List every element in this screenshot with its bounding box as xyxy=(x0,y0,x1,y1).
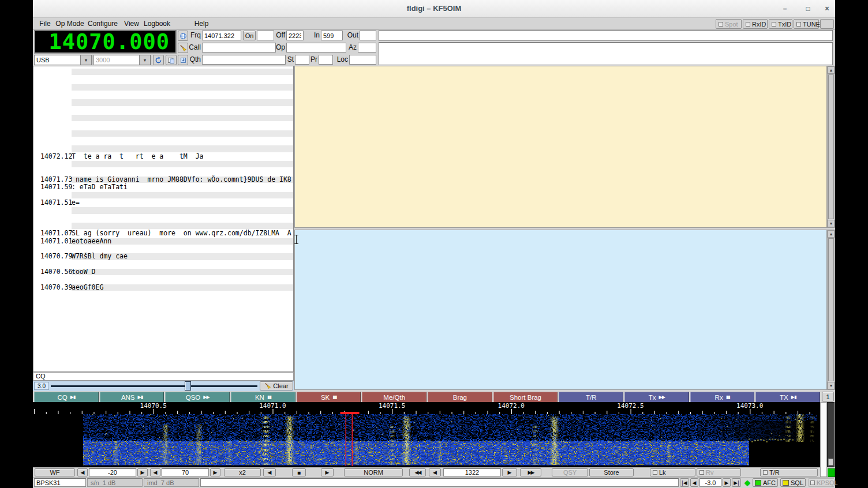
macro-button-brag[interactable]: Brag xyxy=(428,392,492,403)
rx-channel-line[interactable]: 14072.12T te a ra t rt e a tM Ja xyxy=(33,153,293,160)
macro-button-me-qth[interactable]: Me/Qth xyxy=(362,392,426,403)
audio-carrier-field[interactable] xyxy=(443,468,501,476)
sync-button[interactable] xyxy=(153,55,164,65)
rx-channel-line[interactable] xyxy=(33,99,293,106)
logbook-button[interactable] xyxy=(166,55,177,65)
rxid-toggle[interactable]: RxID xyxy=(743,19,768,29)
seek-left-button[interactable]: ◀ xyxy=(429,468,441,476)
afc-range-field[interactable] xyxy=(699,478,721,487)
scrollbar-thumb[interactable] xyxy=(828,74,834,219)
center-button[interactable]: ■ xyxy=(292,468,306,476)
macro-button-tx[interactable]: TX▶▮ xyxy=(755,392,820,403)
pr-field[interactable] xyxy=(319,55,333,65)
rst-out-field[interactable] xyxy=(360,31,376,40)
tx-level-slider-handle[interactable] xyxy=(828,459,833,466)
afc-first-button[interactable]: |◀ xyxy=(680,478,689,487)
macro-button-qso[interactable]: QSO▶▶ xyxy=(165,392,230,403)
afc-toggle[interactable]: AFC xyxy=(753,478,778,487)
rx-channel-line[interactable] xyxy=(33,130,293,137)
scroll-up-icon[interactable]: ▲ xyxy=(828,66,835,74)
waterfall-display[interactable] xyxy=(34,414,819,466)
lock-toggle[interactable]: Lk xyxy=(650,468,695,476)
afc-next-button[interactable]: ▶ xyxy=(723,478,731,487)
rx-channel-line[interactable] xyxy=(33,145,293,152)
macro-button-sk[interactable]: SK▮▮ xyxy=(297,392,361,403)
rx-channel-line[interactable] xyxy=(33,261,293,268)
rx-channel-line[interactable] xyxy=(33,91,293,99)
ref-down-icon[interactable]: ◀ xyxy=(77,468,88,476)
rx-channel-line[interactable] xyxy=(33,215,293,222)
menu-configure[interactable]: Configure xyxy=(86,18,119,29)
rx-channel-line[interactable] xyxy=(33,68,293,76)
mode-combo[interactable]: USB ▼ xyxy=(34,55,92,65)
info-field[interactable] xyxy=(379,42,833,65)
rx-pane-scrollbar[interactable]: ▲ ▼ xyxy=(827,66,835,228)
wf-speed-button[interactable]: NORM xyxy=(344,468,403,476)
call-field[interactable] xyxy=(202,43,276,52)
menu-help[interactable]: Help xyxy=(192,18,211,29)
spot-toggle[interactable]: Spot xyxy=(716,19,742,29)
bandwidth-combo[interactable]: 3000 ▼ xyxy=(93,55,151,65)
macro-button-cq[interactable]: CQ▶▮ xyxy=(34,392,99,403)
chevron-down-icon[interactable]: ▼ xyxy=(139,55,151,65)
notes-field[interactable] xyxy=(379,30,833,41)
menu-file[interactable]: File xyxy=(36,18,54,29)
rx-channel-line[interactable] xyxy=(33,160,293,168)
shift-right-button[interactable]: ▶ xyxy=(321,468,334,476)
rx-text-pane[interactable] xyxy=(294,66,827,228)
rx-channel-line[interactable] xyxy=(33,122,293,129)
waterfall-ruler[interactable] xyxy=(34,409,819,414)
tx-level-slider[interactable] xyxy=(827,402,835,467)
macro-button-ans[interactable]: ANS▶▮ xyxy=(100,392,164,403)
clear-rx-button[interactable]: Clear xyxy=(260,381,293,391)
tx-entry-line[interactable]: CQ xyxy=(33,372,294,381)
menu-logbook[interactable]: Logbook xyxy=(143,18,171,29)
txid-toggle[interactable]: TxID xyxy=(769,19,792,29)
afc-prev-button[interactable]: ◀ xyxy=(690,478,698,487)
time-on-field[interactable] xyxy=(257,31,274,40)
frequency-display[interactable]: 14070.000 xyxy=(34,30,177,54)
sql-toggle[interactable]: SQL xyxy=(780,478,806,487)
squelch-slider-track[interactable] xyxy=(51,385,257,387)
rx-channel-line[interactable] xyxy=(33,76,293,83)
chevron-down-icon[interactable]: ▼ xyxy=(80,55,92,65)
rx-channel-line[interactable]: 14070.79W7RšBl dmy cae xyxy=(33,253,293,260)
menu-view[interactable]: View xyxy=(122,18,141,29)
maximize-button[interactable]: □ xyxy=(800,4,815,14)
time-off-field[interactable] xyxy=(286,31,304,40)
rx-channel-line[interactable]: 14071.07SL ag (sorry ureau) more on www.… xyxy=(33,230,293,237)
qth-field[interactable] xyxy=(202,55,286,65)
rx-browser-panel[interactable]: 14072.12T te a ra t rt e a tM Ja14071.73… xyxy=(33,66,294,372)
st-field[interactable] xyxy=(295,55,309,65)
macro-button-tx[interactable]: Tx▶▶ xyxy=(624,392,689,403)
scrollbar-thumb[interactable] xyxy=(828,238,834,381)
range-up-icon[interactable]: ▶ xyxy=(210,468,220,476)
wf-mode-button[interactable]: WF xyxy=(35,468,75,476)
seek-right-button[interactable]: ▶ xyxy=(502,468,517,476)
rx-channel-line[interactable]: 14071.51e= xyxy=(33,199,293,207)
tr-toggle[interactable]: T/R xyxy=(760,468,818,476)
rx-channel-line[interactable] xyxy=(33,168,293,175)
rx-channel-line[interactable] xyxy=(33,114,293,122)
on-button[interactable]: On xyxy=(243,31,256,40)
macro-page-button[interactable]: 1 xyxy=(822,392,834,401)
rx-channel-line[interactable] xyxy=(33,276,293,283)
rst-in-field[interactable] xyxy=(321,31,343,40)
tx-text-pane[interactable] xyxy=(294,230,827,390)
loc-field[interactable] xyxy=(349,55,376,65)
macro-button-t-r[interactable]: T/R xyxy=(559,392,623,403)
mode-status[interactable]: BPSK31 xyxy=(34,478,86,487)
squelch-slider-handle[interactable] xyxy=(185,381,191,391)
scroll-down-icon[interactable]: ▼ xyxy=(828,382,835,389)
titlebar[interactable]: fldigi – KF5OIM – □ × xyxy=(33,0,835,18)
scroll-up-icon[interactable]: ▲ xyxy=(828,230,835,238)
rx-channel-line[interactable] xyxy=(33,137,293,145)
seek-fast-left-button[interactable]: ◀◀ xyxy=(409,468,426,476)
rx-channel-line[interactable]: 14071.59: eTaD eTaTati xyxy=(33,183,293,191)
scroll-down-icon[interactable]: ▼ xyxy=(828,220,835,227)
macro-button-kn[interactable]: KN▮▮ xyxy=(231,392,295,403)
shift-left-button[interactable]: ◀ xyxy=(263,468,276,476)
seek-fast-right-button[interactable]: ▶▶ xyxy=(520,468,541,476)
macro-button-short-brag[interactable]: Short Brag xyxy=(493,392,558,403)
range-field[interactable] xyxy=(162,468,209,476)
